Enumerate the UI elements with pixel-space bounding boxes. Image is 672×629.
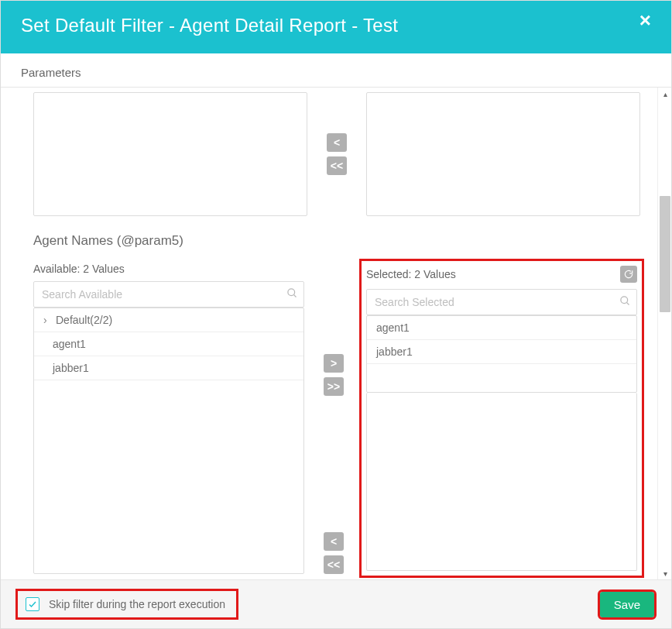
modal-footer: Skip filter during the report execution … [1,579,671,628]
modal-header: Set Default Filter - Agent Detail Report… [1,1,671,53]
available-header: Available: 2 Values [33,263,304,275]
selected-item[interactable]: agent1 [367,316,636,340]
available-count: Available: 2 Values [33,263,125,275]
move-all-left-button[interactable]: << [327,156,347,175]
modal-title: Set Default Filter - Agent Detail Report… [21,15,398,36]
selected-search [366,289,637,315]
vertical-scrollbar[interactable]: ▴ ▾ [657,88,671,579]
scroll-content: < << Agent Names (@param5) Available: 2 … [1,88,657,579]
move-left-button[interactable]: < [327,133,347,152]
agent-names-dual-list: Available: 2 Values Default(2/2) agent1 … [33,263,640,574]
move-all-left-button[interactable]: << [324,555,344,574]
scroll-down-icon[interactable]: ▾ [658,567,671,579]
selected-listbox-extra[interactable] [366,393,637,571]
prev-selected-list[interactable] [366,92,640,216]
previous-dual-list: < << [33,92,640,216]
scroll-up-icon[interactable]: ▴ [658,88,671,100]
search-available-input[interactable] [33,281,304,308]
search-icon [286,287,298,301]
check-icon [28,600,37,609]
move-all-right-button[interactable]: >> [324,377,344,396]
available-item[interactable]: agent1 [34,332,303,356]
selected-column: Selected: 2 Values agent1 jabber1 [363,263,640,574]
tab-bar: Parameters [1,53,671,88]
skip-filter-label: Skip filter during the report execution [49,598,225,610]
available-item[interactable]: jabber1 [34,356,303,380]
selected-item[interactable]: jabber1 [367,340,636,364]
close-icon[interactable]: × [639,10,651,30]
available-group[interactable]: Default(2/2) [34,308,303,332]
svg-point-0 [288,289,295,296]
search-selected-input[interactable] [366,289,637,315]
prev-available-list[interactable] [33,92,307,216]
move-left-button[interactable]: < [324,532,344,551]
skip-filter-option: Skip filter during the report execution [18,591,236,617]
content-area: < << Agent Names (@param5) Available: 2 … [1,88,671,579]
section-label-agent-names: Agent Names (@param5) [33,233,640,249]
transfer-controls: > >> < << [320,263,348,574]
svg-line-3 [626,302,629,304]
default-filter-modal: Set Default Filter - Agent Detail Report… [1,1,671,628]
available-listbox[interactable]: Default(2/2) agent1 jabber1 [33,308,304,574]
prev-available-col [33,92,307,216]
move-right-button[interactable]: > [324,354,344,373]
prev-selected-col [366,92,640,216]
reset-selected-button[interactable] [620,266,637,283]
prev-transfer-controls: < << [323,92,351,216]
selected-listbox[interactable]: agent1 jabber1 [366,315,637,393]
search-icon [619,295,631,309]
svg-line-1 [293,294,296,297]
available-search [33,281,304,308]
skip-filter-checkbox[interactable] [26,597,39,611]
tab-parameters[interactable]: Parameters [21,61,81,87]
selected-header-row: Selected: 2 Values [366,266,637,283]
available-column: Available: 2 Values Default(2/2) agent1 … [33,263,304,574]
refresh-icon [623,269,634,280]
svg-point-2 [621,297,628,304]
save-button[interactable]: Save [600,592,654,617]
scroll-thumb[interactable] [660,196,670,312]
selected-count: Selected: 2 Values [366,268,456,280]
